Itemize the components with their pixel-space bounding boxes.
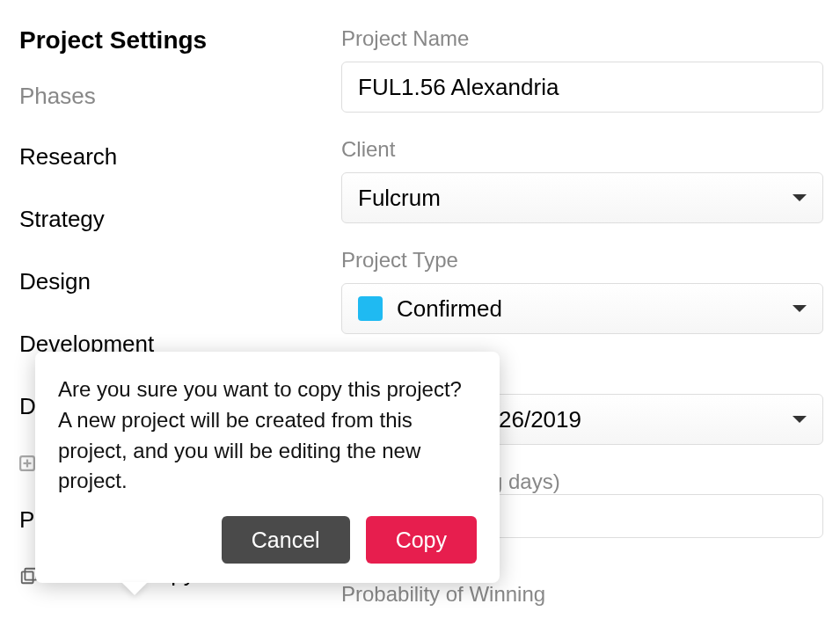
- project-type-value: Confirmed: [397, 295, 502, 323]
- popover-arrow: [121, 582, 148, 595]
- client-value: Fulcrum: [358, 185, 441, 212]
- project-type-select[interactable]: Confirmed: [341, 283, 823, 334]
- copy-button[interactable]: Copy: [366, 516, 477, 564]
- sidebar-item-strategy[interactable]: Strategy: [19, 206, 317, 233]
- page-title: Project Settings: [19, 26, 317, 55]
- add-icon: [19, 455, 35, 471]
- confirm-popover: Are you sure you want to copy this proje…: [35, 352, 500, 583]
- cancel-button[interactable]: Cancel: [222, 516, 350, 564]
- popover-message: Are you sure you want to copy this proje…: [58, 375, 477, 497]
- popover-actions: Cancel Copy: [58, 516, 477, 564]
- probability-label: Probability of Winning: [341, 582, 840, 607]
- project-type-swatch: [358, 296, 383, 321]
- project-type-label: Project Type: [341, 248, 840, 273]
- client-label: Client: [341, 137, 840, 162]
- chevron-down-icon: [793, 416, 807, 423]
- sidebar-item-research[interactable]: Research: [19, 143, 317, 171]
- project-name-input[interactable]: FUL1.56 Alexandria: [341, 62, 823, 113]
- phases-label: Phases: [19, 83, 317, 110]
- sidebar-item-design[interactable]: Design: [19, 268, 317, 295]
- svg-rect-3: [22, 571, 33, 583]
- project-name-label: Project Name: [341, 26, 840, 51]
- chevron-down-icon: [793, 305, 807, 312]
- project-name-value: FUL1.56 Alexandria: [358, 74, 559, 101]
- chevron-down-icon: [793, 194, 807, 201]
- client-select[interactable]: Fulcrum: [341, 172, 823, 223]
